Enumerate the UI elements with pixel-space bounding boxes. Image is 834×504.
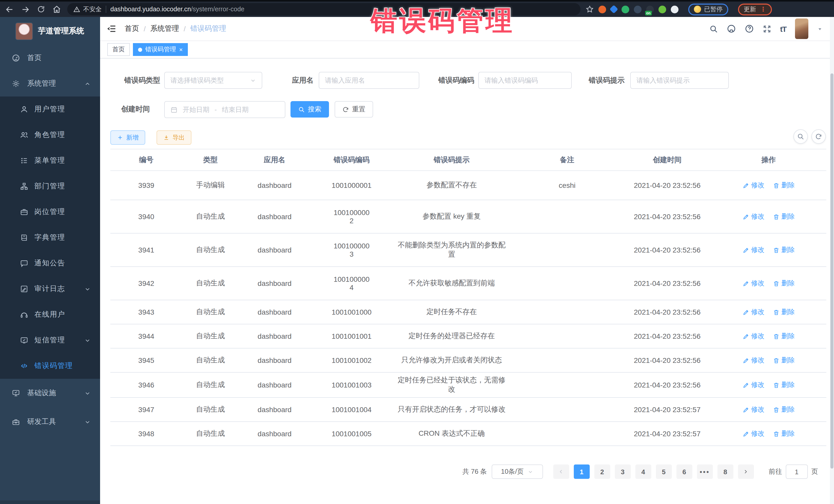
delete-link[interactable]: 删除: [773, 356, 795, 365]
delete-link[interactable]: 删除: [773, 245, 795, 255]
column-header[interactable]: 备注: [511, 149, 623, 171]
sidebar-item-短信管理[interactable]: 短信管理: [0, 327, 100, 353]
tab-tag-首页[interactable]: 首页: [107, 43, 130, 56]
on-badge-extension-icon[interactable]: on: [646, 5, 654, 13]
page-button-5[interactable]: 5: [656, 464, 672, 479]
error-hint-input[interactable]: 请输入错误码提示: [630, 72, 729, 89]
error-code-input[interactable]: 请输入错误码编码: [478, 72, 572, 89]
sidebar-item-字典管理[interactable]: 字典管理: [0, 225, 100, 250]
page-button-2[interactable]: 2: [594, 464, 610, 479]
edit-link[interactable]: 修改: [742, 405, 765, 414]
delete-link[interactable]: 删除: [773, 405, 795, 414]
blue-gem-extension-icon[interactable]: [610, 5, 618, 14]
prev-page-button[interactable]: [553, 464, 569, 479]
table-row[interactable]: 3940 自动生成 dashboard 1001000002 参数配置 key …: [110, 200, 826, 233]
delete-link[interactable]: 删除: [773, 279, 795, 288]
kebab-menu-icon[interactable]: ⋮: [760, 8, 766, 11]
window-scrollbar-track[interactable]: [830, 17, 834, 504]
column-header[interactable]: 创建时间: [623, 149, 711, 171]
delete-link[interactable]: 删除: [773, 429, 795, 438]
sidebar-item-在线用户[interactable]: 在线用户: [0, 302, 100, 327]
sidebar-item-菜单管理[interactable]: 菜单管理: [0, 148, 100, 174]
caret-down-icon[interactable]: [817, 26, 823, 31]
delete-link[interactable]: 删除: [773, 380, 795, 390]
page-button-4[interactable]: 4: [635, 464, 651, 479]
sidebar-logo[interactable]: 芋道管理系统: [0, 17, 100, 45]
green-key-extension-icon[interactable]: [658, 5, 666, 13]
page-size-select[interactable]: 10条/页: [491, 464, 543, 479]
column-header[interactable]: 编号: [110, 149, 182, 171]
avatar[interactable]: [795, 19, 808, 39]
sidebar-item-审计日志[interactable]: 审计日志: [0, 276, 100, 302]
browser-update-button[interactable]: 更新 ⋮: [738, 3, 772, 15]
page-button-6[interactable]: 6: [676, 464, 692, 479]
table-row[interactable]: 3943 自动生成 dashboard 1001001000 定时任务不存在 2…: [110, 300, 826, 324]
edit-link[interactable]: 修改: [742, 212, 765, 221]
column-header[interactable]: 错误码编码: [310, 149, 393, 171]
back-icon[interactable]: [5, 5, 14, 14]
date-range-picker[interactable]: 开始日期 - 结束日期: [164, 101, 285, 118]
add-button[interactable]: 新增: [110, 130, 145, 145]
star-icon[interactable]: [586, 5, 594, 13]
show-search-toggle-button[interactable]: [793, 129, 808, 144]
refresh-table-button[interactable]: [811, 129, 826, 144]
edit-link[interactable]: 修改: [742, 332, 765, 341]
page-button-8[interactable]: 8: [717, 464, 733, 479]
delete-link[interactable]: 删除: [773, 307, 795, 317]
profile-chip[interactable]: 已暂停: [688, 3, 728, 15]
edit-link[interactable]: 修改: [742, 356, 765, 365]
fullscreen-icon[interactable]: [763, 24, 771, 33]
page-button-1[interactable]: 1: [573, 464, 589, 479]
delete-link[interactable]: 删除: [773, 332, 795, 341]
goto-page-input[interactable]: [786, 464, 808, 479]
sidebar-item-用户管理[interactable]: 用户管理: [0, 96, 100, 122]
tab-tag-错误码管理[interactable]: 错误码管理 ×: [133, 43, 188, 56]
app-name-input[interactable]: 请输入应用名: [319, 72, 419, 89]
error-type-select[interactable]: 请选择错误码类型: [164, 72, 262, 89]
column-header[interactable]: 类型: [182, 149, 239, 171]
edit-link[interactable]: 修改: [742, 279, 765, 288]
white-pinwheel-extension-icon[interactable]: [671, 5, 679, 13]
next-page-button[interactable]: [738, 464, 754, 479]
sidebar-item-首页[interactable]: 首页: [0, 45, 100, 71]
delete-link[interactable]: 删除: [773, 181, 795, 190]
edit-link[interactable]: 修改: [742, 380, 765, 390]
breadcrumb-item[interactable]: 错误码管理: [191, 24, 226, 34]
close-icon[interactable]: ×: [179, 46, 183, 52]
table-row[interactable]: 3945 自动生成 dashboard 1001001002 只允许修改为开启或…: [110, 348, 826, 372]
table-row[interactable]: 3942 自动生成 dashboard 1001000004 不允许获取敏感配置…: [110, 267, 826, 300]
window-scrollbar-thumb[interactable]: [830, 73, 833, 468]
font-size-icon[interactable]: tT: [780, 24, 786, 33]
breadcrumb-item[interactable]: 系统管理: [150, 24, 179, 34]
table-row[interactable]: 3939 手动编辑 dashboard 1001000001 参数配置不存在 c…: [110, 171, 826, 200]
sidebar-item-角色管理[interactable]: 角色管理: [0, 122, 100, 148]
security-status[interactable]: 不安全: [73, 5, 102, 14]
table-row[interactable]: 3946 自动生成 dashboard 1001001003 定时任务已经处于该…: [110, 372, 826, 397]
search-button[interactable]: 搜索: [290, 101, 329, 117]
dark-grid-extension-icon[interactable]: [634, 5, 641, 13]
sidebar-item-部门管理[interactable]: 部门管理: [0, 174, 100, 199]
green-circle-extension-icon[interactable]: [621, 5, 629, 13]
orange-circle-extension-icon[interactable]: [598, 5, 606, 13]
search-icon[interactable]: [709, 24, 718, 33]
delete-link[interactable]: 删除: [773, 212, 795, 221]
page-button-3[interactable]: 3: [615, 464, 631, 479]
table-row[interactable]: 3947 自动生成 dashboard 1001001004 只有开启状态的任务…: [110, 397, 826, 422]
sidebar-item-通知公告[interactable]: 通知公告: [0, 250, 100, 276]
edit-link[interactable]: 修改: [742, 245, 765, 255]
sidebar-item-研发工具[interactable]: 研发工具: [0, 408, 100, 436]
reload-icon[interactable]: [37, 5, 45, 13]
home-icon[interactable]: [52, 5, 61, 14]
sidebar-item-错误码管理[interactable]: 错误码管理: [0, 353, 100, 379]
column-header[interactable]: 操作: [711, 149, 826, 171]
table-row[interactable]: 3944 自动生成 dashboard 1001001001 定时任务的处理器已…: [110, 324, 826, 348]
hamburger-fold-icon[interactable]: [107, 24, 116, 34]
table-row[interactable]: 3941 自动生成 dashboard 1001000003 不能删除类型为系统…: [110, 233, 826, 267]
github-icon[interactable]: [727, 24, 736, 34]
breadcrumb-item[interactable]: 首页: [125, 24, 139, 34]
sidebar-item-基础设施[interactable]: 基础设施: [0, 379, 100, 408]
edit-link[interactable]: 修改: [742, 307, 765, 317]
edit-link[interactable]: 修改: [742, 429, 765, 438]
export-button[interactable]: 导出: [156, 130, 192, 145]
edit-link[interactable]: 修改: [742, 181, 765, 190]
